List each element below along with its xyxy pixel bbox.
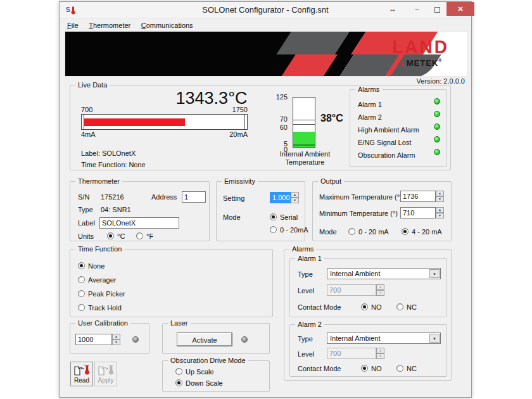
- tf-averager-label: Averager: [88, 276, 116, 284]
- title-bar: S SOLOnet Configurator - Config.snt ↔ – …: [60, 2, 471, 18]
- bar-gauge-fill: [84, 118, 185, 126]
- alarm2-no-radio[interactable]: [361, 365, 368, 372]
- alarm1-nc-label: NC: [407, 303, 417, 311]
- menu-thermometer[interactable]: Thermometer: [89, 22, 130, 29]
- alarm1-no-radio[interactable]: [361, 303, 368, 310]
- min-temp-spin-down[interactable]: ▼: [436, 213, 444, 218]
- address-label: Address: [151, 193, 177, 201]
- obscuration-down-radio[interactable]: [175, 379, 182, 386]
- alarms-config-group: Alarms Alarm 1 Type Internal Ambient ▼ L…: [284, 249, 452, 381]
- alarm1-level-spin-up: ▲: [376, 284, 384, 290]
- obscuration-group: Obscuration Drive Mode Up Scale Down Sca…: [162, 360, 270, 392]
- laser-group: Laser Activate: [162, 323, 270, 354]
- live-data-title: Live Data: [75, 81, 110, 89]
- live-time-function-line: Time Function: None: [81, 161, 146, 168]
- units-f-radio[interactable]: [136, 232, 143, 239]
- type-label: Type: [78, 206, 93, 213]
- min-temperature-input[interactable]: 710: [400, 207, 436, 218]
- alarm1-group: Alarm 1 Type Internal Ambient ▼ Level 70…: [289, 258, 447, 317]
- user-calibration-spin-down[interactable]: ▼: [112, 339, 120, 345]
- tf-averager-radio[interactable]: [78, 276, 85, 283]
- units-c-radio[interactable]: [107, 232, 114, 239]
- type-value: 04: SNR1: [101, 206, 131, 213]
- read-button[interactable]: Read: [70, 362, 93, 386]
- user-calibration-spin-up[interactable]: ▲: [112, 334, 120, 339]
- tf-none-radio[interactable]: [78, 262, 85, 269]
- gauge-line-60: [293, 124, 315, 125]
- alarm2-level-spin-down: ▼: [376, 353, 384, 359]
- read-icon: [73, 364, 90, 377]
- label-input[interactable]: SOLOnetX: [99, 217, 179, 229]
- apply-button: Apply: [94, 362, 117, 386]
- apply-icon: [98, 364, 114, 377]
- output-420ma-radio[interactable]: [402, 228, 408, 235]
- mode-020ma-radio[interactable]: [270, 226, 277, 233]
- alarm1-dropdown-arrow-icon[interactable]: ▼: [429, 269, 440, 278]
- gauge-line-70: [293, 120, 315, 120]
- tf-peak-picker-radio[interactable]: [78, 290, 85, 297]
- bar-ma-min: 4mA: [81, 130, 96, 138]
- alarm2-contact-label: Contact Mode: [298, 365, 341, 372]
- alarm1-level-spin-down: ▼: [376, 290, 384, 296]
- maximize-button[interactable]: [428, 2, 446, 16]
- address-input[interactable]: 1: [182, 191, 206, 203]
- min-temp-spin-up[interactable]: ▲: [436, 207, 444, 213]
- alarm1-contact-label: Contact Mode: [298, 303, 341, 311]
- emissivity-mode-label: Mode: [223, 213, 241, 221]
- ambient-caption-line1: Internal Ambient: [269, 150, 341, 158]
- ambient-caption-line2: Temperature: [269, 158, 341, 167]
- alarm1-level-label: Level: [298, 287, 314, 294]
- close-button[interactable]: ✕: [446, 2, 474, 16]
- ametek-triangle-icon: ▲: [399, 60, 407, 67]
- time-function-title: Time Function: [75, 245, 124, 253]
- tf-track-hold-radio[interactable]: [78, 304, 85, 311]
- menu-communications[interactable]: Communications: [141, 22, 193, 29]
- emissivity-spin-down[interactable]: ▼: [291, 198, 299, 203]
- obscuration-up-radio[interactable]: [175, 368, 182, 375]
- emissivity-spin-up[interactable]: ▲: [291, 192, 299, 198]
- alarm2-type-label: Type: [298, 335, 313, 343]
- ambient-gauge: [293, 97, 315, 148]
- read-button-label: Read: [74, 377, 89, 384]
- label-label: Label: [78, 219, 95, 227]
- output-mode-label: Mode: [319, 228, 337, 236]
- land-ametek-logo: LAND ▲METEK®: [392, 37, 449, 68]
- min-temperature-label: Minimum Temperature (°): [319, 210, 398, 217]
- user-calibration-led: [132, 336, 139, 343]
- emissivity-setting-input[interactable]: 1.000: [270, 192, 291, 203]
- ametek-text: METEK: [407, 58, 439, 68]
- user-calibration-group: User Calibration 1000 ▲ ▼: [70, 323, 149, 354]
- alarm2-status-label: Alarm 2: [358, 113, 382, 121]
- units-f-label: °F: [146, 232, 153, 240]
- high-ambient-led: [434, 124, 440, 130]
- max-temperature-input[interactable]: 1736: [400, 191, 436, 202]
- user-calibration-input[interactable]: 1000: [75, 334, 112, 345]
- alarm2-type-dropdown[interactable]: Internal Ambient ▼: [327, 332, 441, 344]
- alarm1-type-label: Type: [298, 270, 313, 278]
- user-calibration-title: User Calibration: [75, 319, 130, 327]
- alarm1-nc-radio[interactable]: [396, 303, 403, 310]
- bar-scale-max: 1750: [232, 106, 248, 113]
- resize-arrows-icon: ↔: [389, 4, 396, 13]
- alarm1-type-dropdown[interactable]: Internal Ambient ▼: [327, 268, 441, 279]
- alarm2-level-label: Level: [298, 350, 314, 358]
- alarm2-nc-label: NC: [407, 365, 417, 372]
- alarm2-led: [434, 111, 440, 117]
- mode-serial-radio[interactable]: [270, 213, 277, 220]
- tf-peak-picker-label: Peak Picker: [88, 290, 125, 298]
- max-temp-spin-up[interactable]: ▲: [436, 191, 444, 196]
- max-temp-spin-down[interactable]: ▼: [436, 196, 444, 202]
- laser-activate-button[interactable]: Activate: [177, 332, 232, 346]
- registered-mark: ®: [438, 58, 442, 63]
- emissivity-title: Emissivity: [222, 177, 258, 185]
- alarm2-group: Alarm 2 Type Internal Ambient ▼ Level 70…: [289, 324, 447, 377]
- menu-file[interactable]: File: [67, 22, 79, 29]
- output-group: Output Maximum Termperature (°) 1736 ▲ ▼…: [312, 181, 452, 241]
- alarms-config-title: Alarms: [289, 245, 316, 253]
- alarm1-status-label: Alarm 1: [358, 101, 382, 108]
- alarm1-level-input: 700: [327, 284, 376, 296]
- alarm2-dropdown-arrow-icon[interactable]: ▼: [429, 334, 440, 343]
- alarm2-nc-radio[interactable]: [396, 365, 403, 372]
- minimize-button[interactable]: –: [408, 2, 426, 16]
- output-020ma-radio[interactable]: [348, 228, 355, 235]
